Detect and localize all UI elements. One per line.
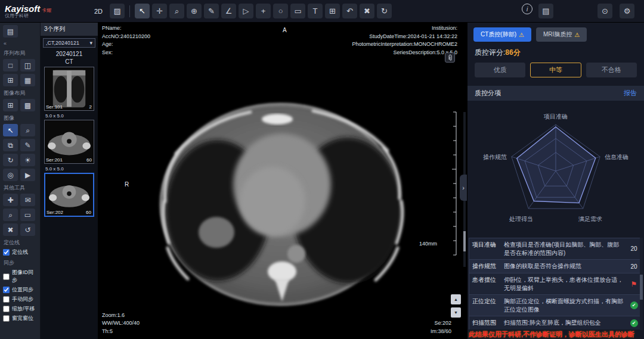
settings-gear-icon[interactable]: ⚙ — [620, 4, 634, 18]
cell-text-tool-icon[interactable]: ⊞ — [325, 4, 340, 18]
mode-label: 2D — [94, 8, 103, 15]
section-locator: 定位线 — [4, 239, 37, 247]
add-tool-icon[interactable]: + — [256, 4, 271, 18]
reset-icon[interactable]: ↺ — [20, 223, 35, 236]
pencil-tool-icon[interactable]: ✎ — [204, 4, 219, 18]
series-thumbnail-201[interactable]: Ser:201 60 — [44, 120, 94, 164]
delete-tool-icon[interactable]: ✖ — [360, 4, 374, 18]
study-node[interactable]: 20240121 CT — [41, 50, 98, 66]
series-thumbnail-101[interactable]: Ser:101 2 — [44, 67, 94, 111]
radar-label-bottom-right: 满足需求 — [578, 216, 602, 222]
series-panel: 3个序列 ,CT,20240121 ▾ 20240121 CT Ser:101 … — [41, 23, 98, 339]
sync-zoom-pan-checkbox[interactable] — [3, 306, 10, 312]
warning-icon: ⚠ — [519, 32, 524, 38]
thumb-image-count: 2 — [89, 104, 92, 110]
qc-score-value: 86分 — [505, 48, 520, 57]
items-scroll-thumb[interactable] — [640, 275, 643, 300]
window-readout: WW/WL:400/40 — [102, 319, 140, 328]
capture-tool-icon[interactable]: ▨ — [110, 4, 125, 18]
attachment-button[interactable] — [445, 52, 455, 63]
pass-check-icon: ✔ — [630, 319, 638, 327]
qc-score-row: 质控评分:86分 — [467, 44, 644, 59]
thickness-readout: Th:5 — [102, 328, 140, 336]
zoom-tool-icon[interactable]: ⌕ — [169, 4, 184, 18]
layout-1x2-icon[interactable]: ◫ — [20, 59, 35, 71]
panel-toggle-icon[interactable]: ▤ — [3, 25, 18, 38]
sync-position-checkbox[interactable] — [3, 287, 10, 293]
sync-window-checkbox[interactable] — [3, 315, 10, 322]
layout-2x2-icon[interactable]: ⊞ — [3, 74, 18, 86]
annotate-icon[interactable]: ✎ — [20, 139, 35, 151]
sync-window-row[interactable]: 窗宽窗位 — [3, 315, 37, 322]
sidebar-collapse-icon[interactable]: « — [4, 41, 37, 46]
pan-tool-icon[interactable]: ✛ — [152, 4, 167, 18]
radar-label-bottom-left: 处理得当 — [509, 216, 533, 222]
notes-icon[interactable]: ▤ — [538, 4, 553, 18]
search-icon[interactable]: ⌕ — [3, 209, 18, 221]
locator-checkbox-row[interactable]: 定位线 — [3, 248, 37, 256]
pointer-icon[interactable]: ↖ — [3, 124, 18, 136]
study-info-overlay: Institusion: StudyDateTime:2024-01-21 14… — [352, 24, 457, 57]
ct-viewport[interactable]: PName: AccNO:2401210200 Age: Sex: Instit… — [98, 23, 467, 339]
angle-tool-icon[interactable]: ∠ — [221, 4, 236, 18]
grade-medium-button[interactable]: 中等 — [530, 63, 581, 77]
sync-zoom-pan-row[interactable]: 缩放/平移 — [3, 305, 37, 313]
history-icon[interactable]: ⊙ — [597, 4, 612, 18]
ellipse-tool-icon[interactable]: ○ — [273, 4, 288, 18]
grade-excellent-button[interactable]: 优质 — [475, 63, 525, 77]
clone-icon[interactable]: ⧉ — [3, 139, 18, 151]
sync-manual-checkbox[interactable] — [3, 296, 10, 303]
target-tool-icon[interactable]: ⊕ — [187, 4, 202, 18]
section-image-layout: 图像布局 — [4, 89, 37, 97]
qc-item-row: 患者摆位 仰卧位，双臂上举抱头，患者体位摆放合适，无明显偏斜 ✔ ⚑ — [469, 273, 643, 294]
pass-check-icon: ✔ — [630, 301, 638, 309]
qc-item-row: 扫描范围 扫描范围:肺尖至肺底，胸壁组织包全 ✔ ⚑ — [469, 316, 643, 329]
scroll-up-button[interactable]: ▲ — [451, 294, 461, 304]
items-scrollbar[interactable] — [640, 238, 643, 330]
layout-1x1-icon[interactable]: □ — [3, 59, 18, 71]
image-layout-full-icon[interactable]: ▩ — [20, 99, 35, 111]
tab-mri-brain-qc[interactable]: MRI脑质控 ⚠ — [536, 27, 587, 42]
sync-image-id-row[interactable]: 图像ID同步 — [3, 269, 37, 284]
close-icon[interactable]: ✖ — [3, 223, 18, 236]
sync-image-id-checkbox[interactable] — [3, 273, 10, 280]
add-icon[interactable]: ✚ — [3, 194, 18, 206]
series-selector[interactable]: ,CT,20240121 ▾ — [43, 38, 95, 48]
scroll-down-button[interactable]: ▼ — [451, 307, 461, 318]
target-icon[interactable]: ◎ — [3, 169, 18, 181]
rect-tool-icon[interactable]: ▭ — [290, 4, 305, 18]
reset-tool-icon[interactable]: ↻ — [377, 4, 392, 18]
undo-tool-icon[interactable]: ↶ — [342, 4, 357, 18]
tab-ct-lung-qc[interactable]: CT质控(肺部) ⚠ — [473, 27, 531, 42]
comment-icon[interactable]: ✉ — [20, 194, 35, 206]
viewport-scroll-thumb[interactable] — [463, 231, 466, 251]
magnifier-icon[interactable]: ⌕ — [20, 124, 35, 136]
pointer-tool-icon[interactable]: ↖ — [135, 4, 150, 18]
play-icon[interactable]: ▶ — [20, 169, 35, 181]
chevron-down-icon: ▾ — [89, 40, 92, 46]
locator-checkbox[interactable] — [3, 249, 10, 256]
grade-fail-button[interactable]: 不合格 — [586, 63, 637, 77]
image-layout-grid-icon[interactable]: ⊞ — [3, 99, 18, 111]
item-desc: 扫描范围:肺尖至肺底，胸壁组织包全 — [503, 316, 626, 329]
panel-collapse-handle[interactable]: › — [460, 175, 467, 201]
rotate-icon[interactable]: ↻ — [3, 154, 18, 166]
report-link[interactable]: 报告 — [624, 89, 637, 98]
eraser-icon[interactable]: ▭ — [20, 209, 35, 221]
qc-subitems-title: 质控分项 — [475, 89, 501, 98]
info-icon[interactable]: i — [522, 4, 532, 14]
sync-position-row[interactable]: 位置同步 — [3, 286, 37, 294]
series-thumbnail-202[interactable]: Ser:202 60 — [44, 173, 94, 217]
study-modality: CT — [41, 58, 98, 66]
disclaimer-marquee: 此结果仅用于科研,不作诊断证明，诊断以医生出具的诊断 — [467, 330, 644, 339]
text-tool-icon[interactable]: T — [308, 4, 323, 18]
layout-3x3-icon[interactable]: ▦ — [20, 74, 35, 86]
sync-manual-row[interactable]: 手动同步 — [3, 296, 37, 303]
series-readout: Se:202 — [431, 319, 451, 328]
ct-axial-image[interactable] — [98, 23, 467, 339]
brightness-icon[interactable]: ☀ — [20, 154, 35, 166]
thumb-series-label: Ser:101 — [46, 104, 63, 110]
cursor-play-tool-icon[interactable]: ▷ — [239, 4, 253, 18]
item-name: 扫描范围 — [469, 316, 503, 329]
qc-item-row: 操作规范 图像的获取是否符合操作规范 20 ✔ ⚑ — [469, 259, 643, 273]
